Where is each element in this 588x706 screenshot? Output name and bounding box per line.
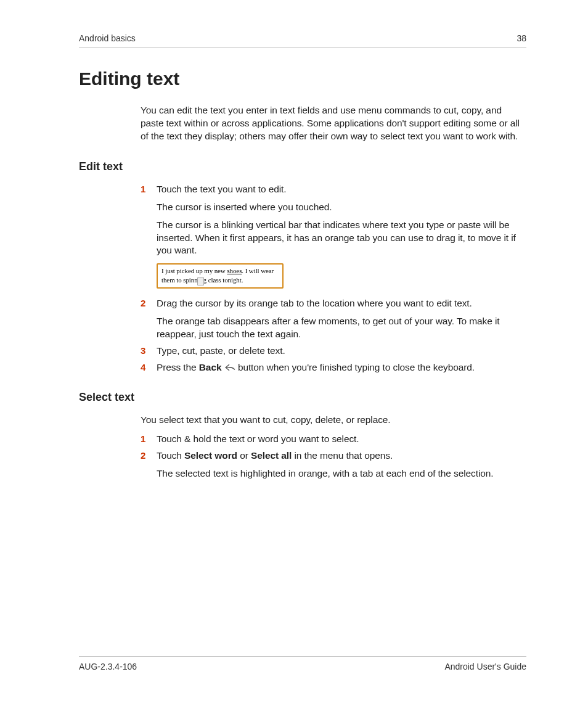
running-footer: AUG-2.3.4-106 Android User's Guide	[79, 656, 526, 671]
select-all-label: Select all	[251, 450, 292, 461]
step-detail: The orange tab disappears after a few mo…	[157, 315, 526, 341]
step-detail: The cursor is a blinking vertical bar th…	[157, 219, 526, 258]
sample-text-pre: I just picked up my new	[161, 267, 227, 274]
edit-text-body: 1 Touch the text you want to edit. The c…	[141, 183, 526, 374]
step-number: 3	[141, 345, 145, 357]
step-text-pre: Press the	[157, 362, 199, 372]
footer-left: AUG-2.3.4-106	[79, 662, 137, 671]
edit-step-3: 3 Type, cut, paste, or delete text.	[141, 345, 526, 358]
cursor-tab-icon	[197, 277, 204, 285]
sample-text-underlined: shoes	[227, 267, 242, 274]
step-number: 4	[141, 361, 145, 374]
step-text-post: button when you're finished typing to cl…	[238, 362, 475, 372]
select-word-label: Select word	[184, 450, 237, 461]
section-edit-text: Edit text 1 Touch the text you want to e…	[79, 160, 526, 374]
step-number: 1	[141, 183, 145, 195]
step-detail: The cursor is inserted where you touched…	[157, 201, 526, 214]
header-section: Android basics	[79, 33, 136, 43]
select-text-body: You select text that you want to cut, co…	[141, 414, 526, 480]
step-text-post: in the menu that opens.	[292, 450, 393, 461]
edit-step-2: 2 Drag the cursor by its orange tab to t…	[141, 297, 526, 341]
step-number: 1	[141, 433, 145, 445]
select-step-1: 1 Touch & hold the text or word you want…	[141, 433, 526, 446]
select-lead: You select text that you want to cut, co…	[141, 414, 526, 427]
header-page-number: 38	[517, 33, 526, 43]
edit-step-4: 4 Press the Back button when you're fini…	[141, 361, 526, 374]
step-text: Touch & hold the text or word you want t…	[157, 433, 359, 444]
footer-right: Android User's Guide	[444, 662, 526, 671]
step-number: 2	[141, 449, 145, 462]
step-text: Drag the cursor by its orange tab to the…	[157, 298, 472, 308]
page-title: Editing text	[79, 68, 526, 89]
back-arrow-icon	[224, 362, 235, 369]
running-header: Android basics 38	[79, 33, 526, 47]
heading-select-text: Select text	[79, 391, 526, 404]
heading-edit-text: Edit text	[79, 160, 526, 173]
section-select-text: Select text You select text that you wan…	[79, 391, 526, 480]
step-text-pre: Touch	[157, 450, 184, 461]
edit-step-1: 1 Touch the text you want to edit. The c…	[141, 183, 526, 289]
step-detail: The selected text is highlighted in oran…	[157, 467, 526, 480]
select-steps-list: 1 Touch & hold the text or word you want…	[141, 433, 526, 480]
page: Android basics 38 Editing text You can e…	[0, 0, 588, 706]
intro-paragraph: You can edit the text you enter in text …	[141, 104, 526, 143]
edit-steps-list: 1 Touch the text you want to edit. The c…	[141, 183, 526, 374]
sample-text-field: I just picked up my new shoes. I will we…	[157, 263, 284, 289]
select-step-2: 2 Touch Select word or Select all in the…	[141, 449, 526, 480]
step-text: Touch the text you want to edit.	[157, 184, 287, 194]
back-label: Back	[199, 362, 222, 372]
sample-text-post2: g class tonight.	[203, 276, 243, 284]
step-text-mid: or	[237, 450, 251, 461]
step-number: 2	[141, 297, 145, 310]
step-text: Type, cut, paste, or delete text.	[157, 345, 285, 356]
